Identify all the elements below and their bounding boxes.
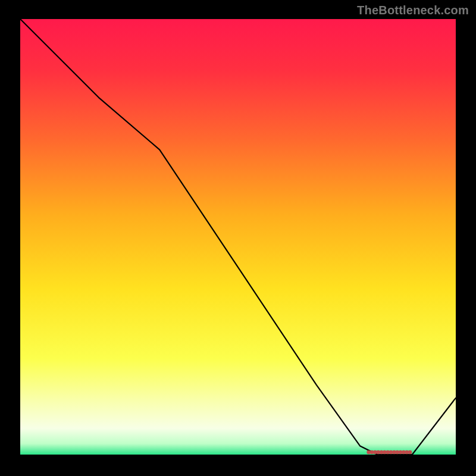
- chart-frame: TheBottleneck.com: [0, 0, 476, 476]
- chart-overlay: [20, 19, 456, 455]
- attribution-label: TheBottleneck.com: [357, 4, 469, 17]
- plot-area: [20, 19, 456, 455]
- optimal-marker: [408, 450, 412, 455]
- optimal-markers: [367, 450, 412, 455]
- bottleneck-curve: [20, 19, 456, 455]
- plot-inner: [20, 19, 456, 455]
